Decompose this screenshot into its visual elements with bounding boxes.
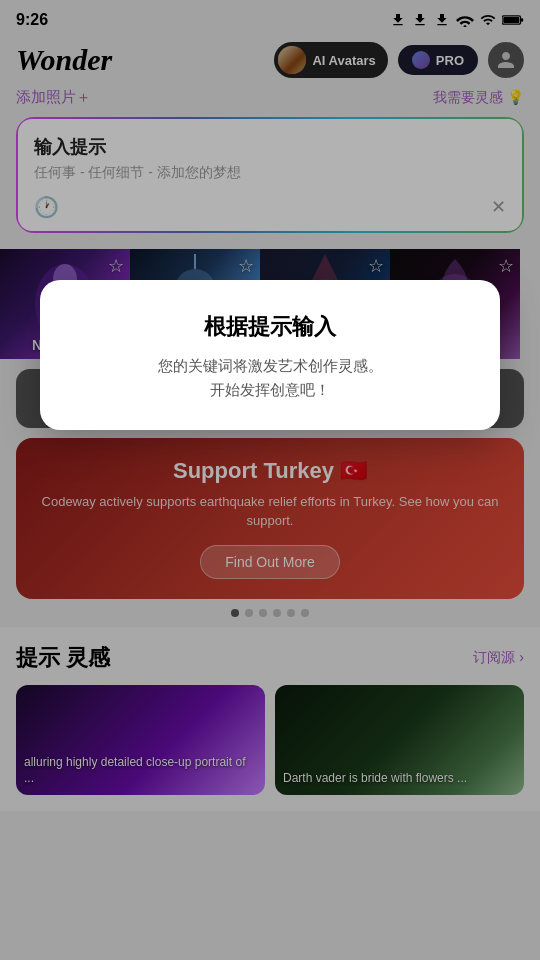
modal-title: 根据提示输入 — [64, 312, 476, 342]
modal-desc: 您的关键词将激发艺术创作灵感。开始发挥创意吧！ — [64, 354, 476, 402]
modal-card: 根据提示输入 您的关键词将激发艺术创作灵感。开始发挥创意吧！ — [40, 280, 500, 430]
overlay[interactable]: 根据提示输入 您的关键词将激发艺术创作灵感。开始发挥创意吧！ — [0, 0, 540, 960]
